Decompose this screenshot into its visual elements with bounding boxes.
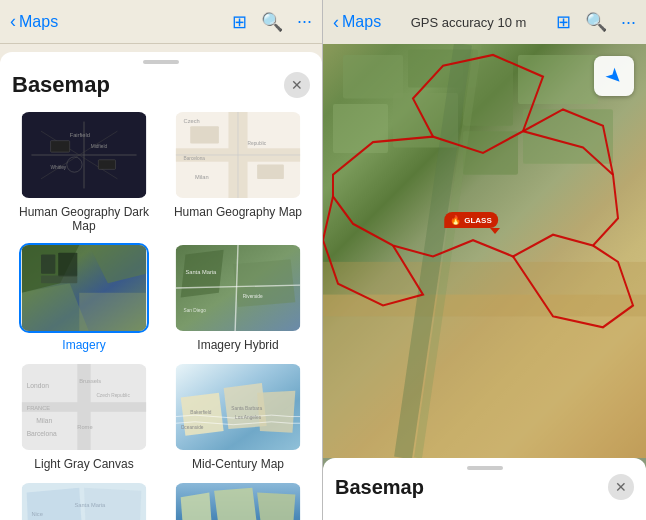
right-back-button[interactable]: ‹ Maps bbox=[333, 12, 381, 33]
close-button[interactable]: ✕ bbox=[284, 72, 310, 98]
svg-text:Czech Republic: Czech Republic bbox=[96, 393, 130, 398]
svg-marker-32 bbox=[233, 259, 295, 307]
svg-rect-16 bbox=[190, 126, 219, 143]
svg-marker-65 bbox=[181, 493, 213, 520]
thumb-street-svg: Czech Republic Milan Barcelona bbox=[175, 112, 301, 198]
thumb-human-map: Czech Republic Milan Barcelona bbox=[173, 110, 303, 200]
svg-rect-76 bbox=[523, 109, 613, 163]
label-midcentury: Mid-Century Map bbox=[192, 457, 284, 471]
basemap-item-human-map[interactable]: Czech Republic Milan Barcelona Human Geo… bbox=[166, 110, 310, 233]
right-basemap-sheet: Basemap ✕ bbox=[323, 458, 646, 520]
sheet-header: Basemap ✕ bbox=[0, 68, 322, 106]
right-chevron-icon: ‹ bbox=[333, 12, 339, 33]
svg-text:Brussels: Brussels bbox=[79, 378, 101, 384]
svg-rect-5 bbox=[51, 141, 70, 152]
basemap-item-nav[interactable]: Nice Santa Maria Santa Barbara Channel L… bbox=[12, 481, 156, 520]
svg-text:London: London bbox=[27, 382, 50, 389]
basemap-item-light-gray[interactable]: London Brussels Czech Republic FRANCE Mi… bbox=[12, 362, 156, 471]
svg-text:Czech: Czech bbox=[184, 118, 200, 124]
right-nav-icons: ⊞ 🔍 ··· bbox=[556, 11, 636, 33]
svg-text:Milan: Milan bbox=[36, 417, 52, 424]
label-human-dark: Human Geography Dark Map bbox=[12, 205, 156, 233]
thumb-human-dark: Fairfield Midfield Whitley bbox=[19, 110, 149, 200]
basemap-grid: Fairfield Midfield Whitley Human Geograp… bbox=[0, 106, 322, 520]
svg-text:Santa Barbara: Santa Barbara bbox=[231, 406, 262, 411]
sheet-title: Basemap bbox=[12, 72, 284, 98]
fire-marker[interactable]: 🔥 GLASS bbox=[471, 212, 525, 234]
svg-text:Whitley: Whitley bbox=[51, 165, 67, 170]
thumb-world bbox=[173, 481, 303, 520]
thumb-gray-svg: London Brussels Czech Republic FRANCE Mi… bbox=[21, 364, 147, 450]
label-human-map: Human Geography Map bbox=[174, 205, 302, 219]
thumb-hybrid: Santa Maria Riverside San Diego bbox=[173, 243, 303, 333]
thumb-midcentury: Bakerfield Santa Barbara Los Angeles Oce… bbox=[173, 362, 303, 452]
right-more-icon[interactable]: ··· bbox=[621, 12, 636, 33]
thumb-world-svg bbox=[175, 483, 301, 520]
svg-rect-40 bbox=[77, 364, 90, 450]
right-sheet-header: Basemap ✕ bbox=[335, 474, 634, 500]
left-basemap-sheet: Basemap ✕ Fairfield bbox=[0, 52, 322, 520]
basemap-item-hybrid[interactable]: Santa Maria Riverside San Diego Imagery … bbox=[166, 243, 310, 352]
sheet-drag-handle bbox=[143, 60, 179, 64]
svg-text:Milan: Milan bbox=[195, 174, 209, 180]
svg-text:Rome: Rome bbox=[77, 424, 92, 430]
svg-text:Barcelona: Barcelona bbox=[27, 430, 57, 437]
basemap-item-imagery[interactable]: Imagery bbox=[12, 243, 156, 352]
location-arrow-icon: ➤ bbox=[600, 62, 629, 91]
svg-text:Barcelona: Barcelona bbox=[184, 156, 206, 161]
layers-icon[interactable]: ⊞ bbox=[232, 11, 247, 33]
more-icon[interactable]: ··· bbox=[297, 11, 312, 32]
right-back-label: Maps bbox=[342, 13, 381, 31]
fire-icon: 🔥 bbox=[450, 215, 461, 225]
svg-text:Los Angeles: Los Angeles bbox=[235, 415, 262, 420]
basemap-item-human-dark[interactable]: Fairfield Midfield Whitley Human Geograp… bbox=[12, 110, 156, 233]
svg-rect-28 bbox=[58, 253, 77, 277]
left-back-button[interactable]: ‹ Maps bbox=[10, 11, 58, 32]
label-imagery: Imagery bbox=[62, 338, 105, 352]
thumb-light-gray: London Brussels Czech Republic FRANCE Mi… bbox=[19, 362, 149, 452]
svg-text:Oceanside: Oceanside bbox=[181, 425, 204, 430]
svg-rect-70 bbox=[343, 55, 403, 99]
thumb-dark-svg: Fairfield Midfield Whitley bbox=[21, 112, 147, 198]
left-chevron-icon: ‹ bbox=[10, 11, 16, 32]
thumb-hybrid-svg: Santa Maria Riverside San Diego bbox=[175, 245, 301, 331]
svg-text:Santa Maria: Santa Maria bbox=[185, 269, 217, 275]
svg-text:FRANCE: FRANCE bbox=[27, 405, 51, 411]
left-panel: ‹ Maps ⊞ 🔍 ··· Basemap ✕ bbox=[0, 0, 323, 520]
right-sheet-title: Basemap bbox=[335, 476, 608, 499]
right-layers-icon[interactable]: ⊞ bbox=[556, 11, 571, 33]
right-search-icon[interactable]: 🔍 bbox=[585, 11, 607, 33]
thumb-nav-svg: Nice Santa Maria Santa Barbara Channel bbox=[21, 483, 147, 520]
svg-rect-78 bbox=[323, 295, 646, 458]
svg-rect-75 bbox=[518, 55, 598, 104]
search-icon[interactable]: 🔍 bbox=[261, 11, 283, 33]
svg-rect-17 bbox=[257, 165, 284, 179]
satellite-map-area: ➤ 🔥 GLASS bbox=[323, 44, 646, 458]
svg-text:Republic: Republic bbox=[248, 141, 267, 146]
basemap-item-world[interactable]: World Ocean Base bbox=[166, 481, 310, 520]
left-nav-bar: ‹ Maps ⊞ 🔍 ··· bbox=[0, 0, 322, 44]
thumb-imagery bbox=[19, 243, 149, 333]
svg-text:Nice: Nice bbox=[31, 511, 42, 517]
label-hybrid: Imagery Hybrid bbox=[197, 338, 278, 352]
svg-rect-6 bbox=[98, 160, 115, 170]
svg-text:Santa Maria: Santa Maria bbox=[74, 502, 106, 508]
left-back-label: Maps bbox=[19, 13, 58, 31]
location-button[interactable]: ➤ bbox=[594, 56, 634, 96]
basemap-item-midcentury[interactable]: Bakerfield Santa Barbara Los Angeles Oce… bbox=[166, 362, 310, 471]
svg-rect-72 bbox=[333, 104, 388, 153]
right-panel: ‹ Maps GPS accuracy 10 m ⊞ 🔍 ··· bbox=[323, 0, 646, 520]
svg-text:Fairfield: Fairfield bbox=[70, 132, 90, 138]
right-close-button[interactable]: ✕ bbox=[608, 474, 634, 500]
svg-text:Midfield: Midfield bbox=[91, 144, 108, 149]
svg-rect-79 bbox=[323, 262, 646, 316]
svg-rect-27 bbox=[41, 255, 55, 274]
svg-marker-67 bbox=[257, 493, 295, 520]
left-nav-icons: ⊞ 🔍 ··· bbox=[232, 11, 312, 33]
svg-rect-26 bbox=[79, 293, 146, 331]
right-sheet-handle bbox=[467, 466, 503, 470]
gps-accuracy-label: GPS accuracy 10 m bbox=[381, 15, 556, 30]
svg-text:Bakerfield: Bakerfield bbox=[190, 410, 212, 415]
svg-text:Riverside: Riverside bbox=[243, 294, 263, 299]
label-light-gray: Light Gray Canvas bbox=[34, 457, 133, 471]
